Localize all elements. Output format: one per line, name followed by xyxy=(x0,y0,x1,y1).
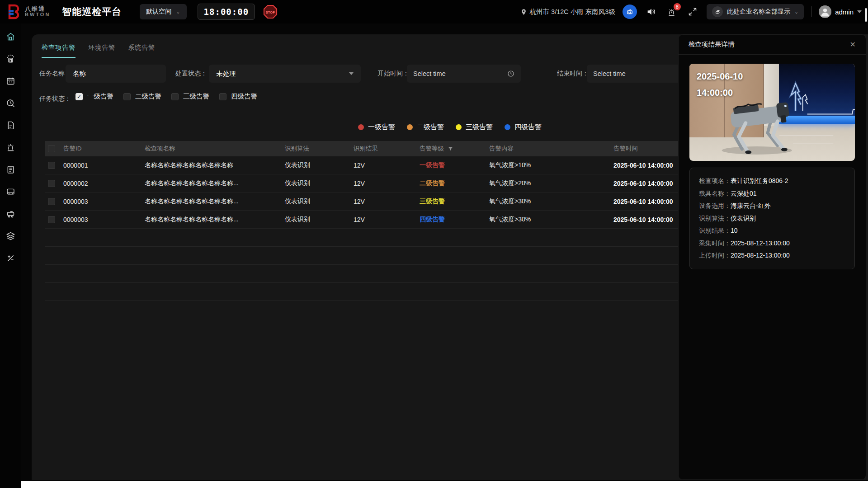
alarm-notifications-button[interactable]: 8 xyxy=(665,5,679,19)
cell-level: 三级告警 xyxy=(420,197,489,206)
task-search-icon xyxy=(6,99,15,110)
enterprise-selector[interactable]: 此处企业名称全部显示 ⌄ xyxy=(707,4,804,19)
cell-content: 氧气浓度>30% xyxy=(489,216,613,224)
level2-check-item[interactable]: 二级告警 xyxy=(123,92,161,101)
start-time-picker[interactable]: Select time xyxy=(407,65,521,83)
tab-system-alarm[interactable]: 系统告警 xyxy=(128,43,155,58)
monitor-icon xyxy=(6,187,15,198)
cell-checkitem-name: 名称名称名称名称名称名称名称... xyxy=(145,216,285,224)
cell-level: 一级告警 xyxy=(420,161,489,169)
report-icon xyxy=(6,121,15,132)
level1-check-item[interactable]: 一级告警 xyxy=(75,92,113,101)
detail-field: 检查项名：表计识别任务0806-2 xyxy=(699,175,845,188)
sidebar xyxy=(0,0,21,488)
cell-content: 氧气浓度>30% xyxy=(489,197,613,206)
tab-checkitem-alarm[interactable]: 检查项告警 xyxy=(42,43,75,58)
weather-location-text: 杭州市 3/12C 小雨 东南风3级 xyxy=(530,8,615,16)
legend-label: 四级告警 xyxy=(514,123,542,131)
field-label: 检查项名： xyxy=(699,175,731,188)
sidebar-item-monitor[interactable] xyxy=(0,188,21,197)
level4-check-item[interactable]: 四级告警 xyxy=(219,92,257,101)
handle-status-select[interactable]: 未处理 xyxy=(209,65,361,83)
legend-label: 一级告警 xyxy=(368,123,395,131)
cell-result: 12V xyxy=(354,180,420,187)
sidebar-item-robot-dock[interactable] xyxy=(0,55,21,65)
detail-field: 识别结果：10 xyxy=(699,225,845,237)
cell-result: 12V xyxy=(354,216,420,223)
photo-timestamp: 2025-06-10 14:00:00 xyxy=(697,68,743,101)
field-value: 仪表识别 xyxy=(731,212,756,225)
sidebar-item-alarm[interactable] xyxy=(0,143,21,153)
level-filter-group: 一级告警 二级告警 三级告警 四级告警 xyxy=(75,92,257,101)
caret-down-icon xyxy=(349,72,354,75)
photo-time: 14:00:00 xyxy=(697,84,743,101)
stop-sign-icon: STOP xyxy=(263,5,278,19)
field-label: 识别结果： xyxy=(699,225,731,237)
page-title: 智能巡检平台 xyxy=(62,5,122,18)
close-icon[interactable]: ✕ xyxy=(850,41,856,48)
inspection-photo[interactable]: 2025-06-10 14:00:00 xyxy=(689,64,855,161)
select-all-checkbox[interactable] xyxy=(48,145,55,152)
records-icon xyxy=(6,165,15,176)
enterprise-logo-icon xyxy=(712,6,723,17)
calendar-icon xyxy=(6,76,15,88)
cell-checkitem-name: 名称名称名称名称名称名称名称... xyxy=(145,179,285,188)
legend-dot-blue xyxy=(505,124,510,130)
checkbox[interactable] xyxy=(75,93,83,100)
sidebar-item-adjust[interactable] xyxy=(0,254,21,264)
top-header: 八维通 BWTON 智能巡检平台 默认空间 ⌄ 18:00:00 STOP 杭州… xyxy=(0,0,868,23)
task-name-input[interactable]: 名称 xyxy=(66,65,166,83)
level4-label: 四级告警 xyxy=(231,92,257,101)
stop-button[interactable]: STOP xyxy=(263,5,278,19)
start-time-label: 开始时间： xyxy=(377,70,409,78)
task-name-value: 名称 xyxy=(73,70,86,78)
level3-label: 三级告警 xyxy=(183,92,209,101)
end-time-placeholder: Select time xyxy=(593,70,626,77)
row-checkbox[interactable] xyxy=(48,162,55,169)
checkbox[interactable] xyxy=(171,93,179,100)
expand-icon xyxy=(688,7,697,16)
col-checkitem-name: 检查项名称 xyxy=(145,145,285,153)
cell-level: 四级告警 xyxy=(420,216,489,224)
sound-button[interactable] xyxy=(644,5,658,19)
task-state-label: 任务状态： xyxy=(39,95,71,103)
sidebar-item-robot-vehicle[interactable] xyxy=(0,210,21,220)
robot-icon xyxy=(626,8,634,16)
caret-down-icon xyxy=(857,10,862,13)
field-value: 海康云台-红外 xyxy=(731,200,771,212)
tab-environment-alarm[interactable]: 环境告警 xyxy=(88,43,115,58)
sidebar-item-calendar[interactable] xyxy=(0,77,21,87)
row-checkbox[interactable] xyxy=(48,198,55,205)
filter-funnel-icon[interactable] xyxy=(448,146,453,152)
checkbox[interactable] xyxy=(123,93,131,100)
speaker-icon xyxy=(646,7,656,17)
detail-fields-card: 检查项名：表计识别任务0806-2 载具名称：云深处01 设备选用：海康云台-红… xyxy=(689,168,855,269)
checkbox[interactable] xyxy=(219,93,226,100)
drawer-title: 检查项结果详情 xyxy=(689,40,735,49)
field-value: 2025-08-12-13:00:00 xyxy=(731,249,790,262)
sidebar-item-task-search[interactable] xyxy=(0,99,21,109)
sidebar-item-home[interactable] xyxy=(0,33,21,42)
row-checkbox[interactable] xyxy=(48,180,55,187)
drawer-header: 检查项结果详情 ✕ xyxy=(679,35,866,55)
bwton-logo: 八维通 BWTON xyxy=(6,4,50,19)
cell-alarm-id: 0000003 xyxy=(63,198,145,205)
row-checkbox[interactable] xyxy=(48,216,55,223)
fullscreen-button[interactable] xyxy=(686,5,699,19)
robot-assistant-button[interactable] xyxy=(623,5,637,19)
location-pin-icon xyxy=(520,9,527,15)
detail-field: 识别算法：仪表识别 xyxy=(699,212,845,225)
legend-item-level1: 一级告警 xyxy=(358,123,395,131)
home-icon xyxy=(6,32,15,43)
header-clock: 18:00:00 xyxy=(198,4,255,20)
end-time-label: 结束时间： xyxy=(557,70,589,78)
level3-check-item[interactable]: 三级告警 xyxy=(171,92,209,101)
sidebar-item-layers[interactable] xyxy=(0,232,21,242)
scrollbar-thumb[interactable] xyxy=(865,8,867,22)
layers-icon xyxy=(6,231,15,243)
cell-result: 12V xyxy=(354,162,420,169)
space-selector[interactable]: 默认空间 ⌄ xyxy=(140,4,186,19)
sidebar-item-records[interactable] xyxy=(0,165,21,175)
sidebar-item-report[interactable] xyxy=(0,121,21,131)
user-menu[interactable]: admin xyxy=(819,5,862,18)
